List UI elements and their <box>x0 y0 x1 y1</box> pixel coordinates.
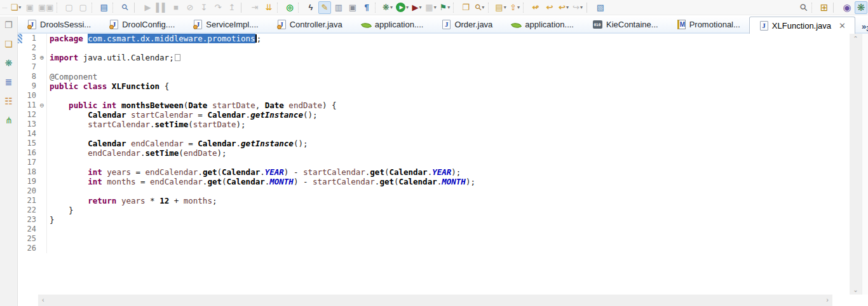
javaee-perspective-button[interactable]: ◉ <box>841 1 853 14</box>
horizontal-scrollbar[interactable]: ‹ › <box>18 295 868 306</box>
code-line[interactable]: 22 } <box>18 205 850 215</box>
debug-view-icon[interactable]: ❋ <box>2 56 16 70</box>
variables-view-icon[interactable]: ≣ <box>2 75 16 89</box>
open-task-search-button[interactable]: ⚲ <box>119 1 132 14</box>
code-line[interactable]: 11⊖ public int monthsBetween(Date startD… <box>18 101 850 110</box>
editor-tab-orderjava[interactable]: Order.java <box>432 16 501 32</box>
outline-view-icon[interactable]: ☷ <box>2 94 16 108</box>
run-as-button[interactable]: ▶▾ <box>395 1 409 14</box>
fold-margin <box>37 120 47 129</box>
code-line[interactable]: 13 startCalendar.setTime(startDate); <box>18 120 850 129</box>
tab-label: Controller.java <box>290 20 342 29</box>
line-number: 2 <box>22 43 37 53</box>
code-line[interactable]: 9public class XLFunction { <box>18 81 850 91</box>
range-indicator <box>18 34 22 43</box>
dropdown-arrow-icon: ▾ <box>419 5 422 10</box>
line-number: 22 <box>22 205 37 215</box>
code-line[interactable]: 20 <box>18 186 850 196</box>
restore-view-icon[interactable]: ❐ <box>2 18 16 32</box>
code-line[interactable]: 7 <box>18 62 850 72</box>
previous-edit-button[interactable]: ↩ <box>543 1 556 14</box>
link-with-editor-button[interactable]: ▥ <box>332 1 345 14</box>
code-line[interactable]: 23} <box>18 215 850 225</box>
code-line[interactable]: 3⊕import java.util.Calendar; <box>18 53 850 62</box>
code-line[interactable]: 8@Component <box>18 72 850 81</box>
code-line[interactable]: 16 endCalendar.setTime(endDate); <box>18 148 850 158</box>
use-step-filters-button[interactable]: ⇊ <box>262 1 275 14</box>
spring-leaf-icon <box>511 20 522 30</box>
external-tools-button[interactable]: ⚑▾ <box>438 1 451 14</box>
tab-overflow-chevron[interactable]: »3 <box>855 20 868 32</box>
java-file-icon <box>442 20 451 29</box>
code-line[interactable]: 1package com.csmart.dx.middleware.promot… <box>18 34 850 43</box>
main-toolbar: ····❏▾▣▣▣▢▢▤⚲▶▌▌■⊘↧↷↥⇥⇊◎ϟ✎▥▣¶❋▾▶▾▶▾▦▾⚑▾❐… <box>0 0 868 15</box>
editor-tab-application[interactable]: application.... <box>351 16 433 32</box>
promote-up-button[interactable]: ⇧▾ <box>508 1 521 14</box>
terminal-monitor-button[interactable]: ▤ <box>98 1 111 14</box>
range-indicator <box>18 215 22 225</box>
code-line[interactable]: 26 <box>18 244 850 253</box>
dropdown-arrow-icon: ▾ <box>504 5 506 10</box>
resume-ring-button[interactable]: ◎ <box>283 1 296 14</box>
code-line[interactable]: 24 <box>18 225 850 234</box>
coverage-as-button[interactable]: ▶▾ <box>410 1 423 14</box>
code-line[interactable]: 17 <box>18 158 850 167</box>
editor-tab-droolssessi[interactable]: DroolsSessi... <box>18 16 100 32</box>
fold-toggle-icon[interactable]: ⊖ <box>37 101 47 110</box>
scroll-left-arrow[interactable]: ‹ <box>42 296 44 303</box>
tab-close-icon[interactable]: ✕ <box>839 21 846 31</box>
code-text: Calendar endCalendar = Calendar.getInsta… <box>50 139 308 148</box>
last-edit-location-button[interactable]: ↫ <box>529 1 542 14</box>
task-list-button[interactable]: ▤▾ <box>494 1 507 14</box>
find-actions-button[interactable]: ⚲ <box>797 1 810 14</box>
editor-tab-promotional[interactable]: Promotional... <box>667 16 749 32</box>
editor-tab-application[interactable]: application.... <box>501 16 583 32</box>
scroll-right-arrow[interactable]: › <box>826 296 829 303</box>
code-line[interactable]: 21 return years * 12 + months; <box>18 196 850 205</box>
back-button[interactable]: ↩▾ <box>557 1 570 14</box>
line-number: 19 <box>22 177 37 186</box>
code-line[interactable]: 12 Calendar startCalendar = Calendar.get… <box>18 110 850 120</box>
show-source-button[interactable]: ▣ <box>346 1 359 14</box>
fold-margin <box>37 234 47 244</box>
connect-plug-button[interactable]: ϟ <box>304 1 317 14</box>
code-line[interactable]: 14 <box>18 129 850 139</box>
dropdown-arrow-icon: ▾ <box>434 5 437 10</box>
editor-tab-kiecontaine[interactable]: KieContaine... <box>583 16 667 32</box>
open-perspective-button[interactable]: ⊞ <box>818 1 831 14</box>
debug-as-button[interactable]: ❋▾ <box>381 1 394 14</box>
code-line[interactable]: 19 int months = endCalendar.get(Calendar… <box>18 177 850 186</box>
range-indicator <box>18 43 22 53</box>
code-line[interactable]: 10 <box>18 91 850 101</box>
show-whitespace-toggle[interactable]: ¶ <box>360 1 373 14</box>
code-text: public int monthsBetween(Date startDate,… <box>50 101 337 110</box>
scroll-down-arrow[interactable]: ⌄ <box>850 286 862 293</box>
scroll-up-arrow[interactable]: ⌃ <box>850 35 862 42</box>
search-flashlight-button[interactable]: ⚲▾ <box>473 1 486 14</box>
fold-toggle-icon[interactable]: ⊕ <box>37 53 47 62</box>
vertical-scrollbar[interactable]: ⌃ ⌄ <box>850 34 862 295</box>
dropdown-arrow-icon: ▾ <box>18 5 21 10</box>
profile-as-button: ▦▾ <box>424 1 437 14</box>
fold-margin <box>37 72 47 81</box>
dropdown-arrow-icon: ▾ <box>566 5 569 10</box>
editor-tab-controllerjava[interactable]: Controller.java <box>268 16 351 32</box>
mark-occurrences-toggle[interactable]: ✎ <box>318 1 331 14</box>
code-line[interactable]: 2 <box>18 43 850 53</box>
code-line[interactable]: 15 Calendar endCalendar = Calendar.getIn… <box>18 139 850 148</box>
type-hierarchy-view-icon[interactable]: ⋔ <box>2 113 16 127</box>
new-wizard-button[interactable]: ❏▾ <box>10 1 22 14</box>
horizontal-scroll-track[interactable]: ‹ › <box>38 295 832 306</box>
open-folder-button[interactable]: ❐ <box>459 1 472 14</box>
fold-margin <box>37 34 47 43</box>
code-line[interactable]: 25 <box>18 234 850 244</box>
editor-tab-droolconfig[interactable]: DroolConfig.... <box>100 16 184 32</box>
code-line[interactable]: 18 int years = endCalendar.get(Calendar.… <box>18 167 850 177</box>
editor-tab-xlfunctionjava[interactable]: XLFunction.java✕ <box>749 17 855 34</box>
package-explorer-icon[interactable]: ❏ <box>2 37 16 51</box>
pin-editor-button[interactable]: ▧ <box>594 1 607 14</box>
toolbar-separator <box>92 3 96 13</box>
debug-perspective-button[interactable]: ❋ <box>855 1 867 14</box>
code-editor[interactable]: 1package com.csmart.dx.middleware.promot… <box>18 34 850 295</box>
editor-tab-serviceimpl[interactable]: ServiceImpl.... <box>184 16 267 32</box>
